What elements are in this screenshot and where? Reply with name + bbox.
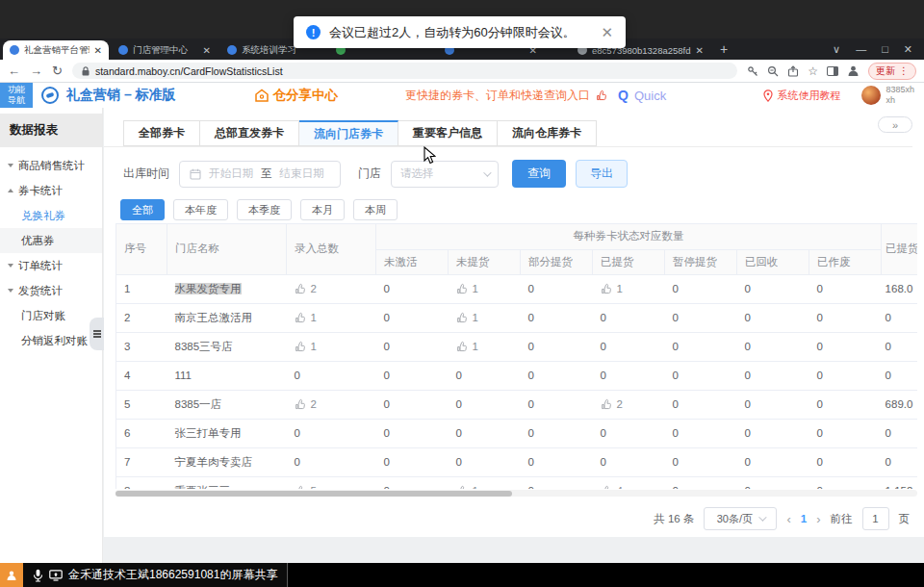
tutorial-link[interactable]: 系统使用教程 [763, 89, 840, 103]
toast-close-icon[interactable]: ✕ [601, 24, 613, 41]
hand-count[interactable]: 1 [601, 283, 657, 295]
tab-search-icon[interactable]: ∨ [833, 43, 840, 56]
key-icon[interactable] [747, 65, 758, 77]
table-cell: 0 [809, 476, 882, 489]
profile-icon[interactable] [847, 64, 860, 77]
scrollbar-thumb[interactable] [116, 491, 512, 497]
hand-count[interactable]: 1 [456, 283, 513, 295]
export-button[interactable]: 导出 [576, 160, 628, 188]
statistics-table: 序号 门店名称 录入总数 每种券卡状态对应数量 已提货金额 未激活未提货部分提货… [116, 224, 917, 489]
hand-count[interactable]: 1 [456, 341, 513, 353]
table-cell: 0 [665, 447, 737, 476]
tab-流向仓库券卡[interactable]: 流向仓库券卡 [498, 120, 597, 146]
sidebar-item-兑换礼券[interactable]: 兑换礼券 [0, 203, 102, 228]
share-status: 金禾通技术王斌18662591081的屏幕共享 [23, 563, 288, 587]
status-column-header: 暂停提货 [665, 249, 737, 274]
user-avatar[interactable] [861, 86, 881, 105]
table-cell: 689.0 [882, 390, 917, 419]
link-count-cell[interactable]: 1 [287, 303, 376, 332]
tab-close-icon[interactable]: ✕ [94, 45, 102, 56]
sidebar-item-券卡统计[interactable]: 券卡统计 [0, 178, 102, 203]
hand-count[interactable]: 1 [295, 312, 369, 324]
hand-link-icon [456, 485, 469, 490]
share-center-link[interactable]: 仓分享中心 [255, 87, 339, 104]
link-count-cell[interactable]: 4 [593, 476, 665, 489]
hand-count[interactable]: 2 [295, 398, 369, 411]
link-count-cell[interactable]: 2 [593, 390, 665, 419]
page-size-select[interactable]: 30条/页 [704, 507, 777, 530]
quick-search-entry[interactable]: 更快捷的券卡、订单和快递查询入口 Q Quick [405, 88, 666, 104]
zoom-icon[interactable] [767, 65, 779, 77]
minimize-button[interactable]: — [856, 43, 866, 55]
screen: 礼盒营销平台管理中心✕门店管理中心✕系统培训学习✕e8c573980b1328a… [0, 0, 924, 587]
sidebar-item-发货统计[interactable]: 发货统计 [0, 278, 102, 303]
sidebar-item-订单统计[interactable]: 订单统计 [0, 253, 102, 278]
share-icon[interactable] [787, 65, 799, 77]
quick-filter-本年度[interactable]: 本年度 [173, 199, 228, 220]
hand-count[interactable]: 1 [295, 341, 369, 353]
hand-count[interactable]: 1 [456, 485, 513, 490]
horizontal-scrollbar[interactable] [116, 490, 917, 497]
table-row: 2南京王总激活用101000000 [116, 303, 918, 332]
chrome-update-button[interactable]: 更新 ⋮ [868, 63, 916, 80]
tab-总部直发券卡[interactable]: 总部直发券卡 [200, 120, 299, 146]
sidebar-collapse-handle[interactable] [90, 318, 104, 350]
sidebar-item-门店对账[interactable]: 门店对账 [0, 303, 102, 328]
screen-share-icon[interactable] [49, 570, 63, 581]
quick-label: Quick [634, 89, 666, 103]
current-page[interactable]: 1 [801, 513, 807, 524]
tab-流向门店券卡[interactable]: 流向门店券卡 [299, 120, 398, 146]
quick-filter-本周[interactable]: 本周 [353, 199, 398, 220]
sidebar-item-优惠券[interactable]: 优惠券 [0, 228, 102, 253]
table-cell: 0 [665, 332, 737, 361]
hand-count[interactable]: 2 [601, 398, 657, 411]
date-range-input[interactable]: 开始日期 至 结束日期 [179, 161, 341, 188]
sidebar-item-分销返利对账[interactable]: 分销返利对账 [0, 328, 102, 353]
link-count-cell[interactable]: 2 [287, 390, 376, 419]
tab-close-icon[interactable]: ✕ [203, 45, 211, 56]
link-count-cell[interactable]: 2 [287, 274, 376, 303]
quick-filter-本月[interactable]: 本月 [300, 199, 345, 220]
sidebar-item-label: 订单统计 [18, 259, 63, 273]
hand-count[interactable]: 4 [601, 485, 657, 490]
browser-tab[interactable]: 礼盒营销平台管理中心✕ [3, 40, 109, 60]
function-nav-button[interactable]: 功能 导航 [0, 83, 33, 108]
hand-count[interactable]: 1 [456, 312, 513, 324]
tab-重要客户信息[interactable]: 重要客户信息 [398, 120, 498, 146]
tab-close-icon[interactable]: ✕ [696, 45, 704, 56]
side-panel-icon[interactable] [827, 65, 838, 77]
hand-count[interactable]: 2 [295, 283, 369, 295]
table-cell: 0 [809, 419, 882, 447]
prev-page-button[interactable]: ‹ [786, 512, 790, 526]
new-tab-button[interactable]: + [720, 41, 728, 57]
link-count-cell[interactable]: 1 [449, 476, 521, 489]
hand-count[interactable]: 5 [295, 485, 369, 490]
microphone-icon[interactable] [33, 569, 43, 582]
back-icon[interactable]: ← [8, 64, 20, 77]
quick-filter-本季度[interactable]: 本季度 [237, 199, 292, 220]
link-count-cell[interactable]: 5 [287, 476, 376, 489]
address-bar[interactable]: standard.maboy.cn/CardFlowStatisticsList [72, 63, 737, 79]
table-cell: 0 [376, 361, 449, 390]
search-button[interactable]: 查询 [512, 160, 566, 188]
maximize-button[interactable]: □ [882, 43, 888, 55]
link-count-cell[interactable]: 1 [593, 274, 665, 303]
meeting-member-button[interactable] [0, 563, 23, 587]
tab-全部券卡[interactable]: 全部券卡 [123, 120, 200, 146]
goto-page-input[interactable]: 1 [862, 507, 889, 530]
forward-icon[interactable]: → [30, 64, 42, 77]
main-panel: 全部券卡总部直发券卡流向门店券卡重要客户信息流向仓库券卡 » 出库时间 开始日期… [104, 108, 924, 537]
next-page-button[interactable]: › [816, 512, 820, 526]
bookmark-star-icon[interactable]: ☆ [808, 64, 818, 78]
quick-filter-全部[interactable]: 全部 [120, 199, 165, 220]
browser-tab[interactable]: 门店管理中心✕ [112, 40, 218, 60]
link-count-cell[interactable]: 1 [449, 274, 521, 303]
store-select[interactable]: 请选择 [391, 161, 499, 188]
close-window-button[interactable]: ✕ [904, 43, 912, 56]
reload-icon[interactable]: ↻ [52, 64, 63, 77]
expand-tabs-button[interactable]: » [878, 116, 912, 133]
link-count-cell[interactable]: 1 [287, 332, 376, 361]
link-count-cell[interactable]: 1 [449, 303, 521, 332]
sidebar-item-商品销售统计[interactable]: 商品销售统计 [0, 153, 102, 178]
link-count-cell[interactable]: 1 [449, 332, 521, 361]
